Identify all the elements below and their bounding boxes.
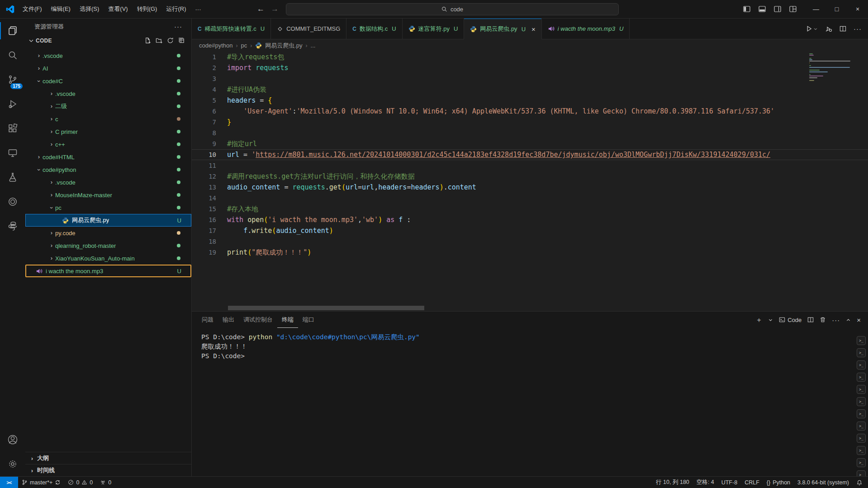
terminal-instance-icon[interactable]: >_ bbox=[857, 434, 866, 443]
terminal-instance-icon[interactable]: >_ bbox=[857, 458, 866, 467]
menu-item-5[interactable]: 转到(G) bbox=[133, 3, 162, 15]
terminal-instance-icon[interactable]: >_ bbox=[857, 422, 866, 431]
tree-item-code#HTML[interactable]: ›code#HTML bbox=[25, 151, 191, 163]
panel-tab-4[interactable]: 终端 bbox=[277, 312, 298, 328]
maximize-button[interactable]: □ bbox=[826, 0, 847, 18]
customize-layout-icon[interactable] bbox=[789, 5, 797, 13]
python-interpreter[interactable]: 3.8.0 64-bit (system) bbox=[794, 477, 853, 488]
code-line-13[interactable]: 13audio_content = requests.get(url=url,h… bbox=[192, 182, 868, 193]
code-line-9[interactable]: 9#指定url bbox=[192, 138, 868, 149]
terminal-instance-icon[interactable]: >_ bbox=[857, 373, 866, 382]
activity-browser-circle-icon[interactable] bbox=[0, 190, 25, 214]
tree-item-code#C[interactable]: ›code#C bbox=[25, 75, 191, 87]
tree-item-qlearning_robot-master[interactable]: ›qlearning_robot-master bbox=[25, 239, 191, 252]
tree-item-.vscode[interactable]: ›.vscode bbox=[25, 87, 191, 100]
minimize-button[interactable]: — bbox=[806, 0, 826, 18]
back-arrow-icon[interactable]: ← bbox=[257, 5, 265, 14]
editor-tab-4[interactable]: 迷宫算符.pyU bbox=[403, 19, 465, 39]
code-line-19[interactable]: 19print("爬取成功！！！") bbox=[192, 247, 868, 258]
terminal-instance-icon[interactable]: >_ bbox=[857, 360, 866, 370]
close-button[interactable]: × bbox=[847, 0, 868, 18]
active-terminal-label[interactable]: Code bbox=[779, 317, 802, 323]
run-python-file-icon[interactable] bbox=[806, 25, 818, 32]
activity-search-icon[interactable] bbox=[0, 43, 25, 67]
editor-tab-1[interactable]: C稀疏矩阵快速转置.cU bbox=[192, 19, 271, 39]
terminal-instance-icon[interactable]: >_ bbox=[857, 348, 866, 357]
forward-arrow-icon[interactable]: → bbox=[271, 5, 279, 14]
sidebar-section-outline[interactable]: ›大纲 bbox=[25, 452, 191, 464]
terminal-output[interactable]: PS D:\code> python "d:\code\code#python\… bbox=[192, 328, 868, 476]
editor-tab-3[interactable]: C数据结构.cU bbox=[346, 19, 402, 39]
new-folder-icon[interactable] bbox=[156, 37, 162, 44]
tree-item-.vscode[interactable]: ›.vscode bbox=[25, 49, 191, 62]
code-line-8[interactable]: 8 bbox=[192, 128, 868, 138]
new-terminal-icon[interactable]: ＋ bbox=[755, 316, 762, 324]
code-line-14[interactable]: 14 bbox=[192, 193, 868, 204]
menu-more[interactable]: ··· bbox=[190, 4, 205, 15]
maximize-panel-icon[interactable] bbox=[846, 317, 851, 322]
menu-item-2[interactable]: 编辑(E) bbox=[47, 3, 75, 15]
breadcrumb-item-1[interactable]: code#python bbox=[199, 42, 232, 49]
split-terminal-icon[interactable] bbox=[807, 317, 814, 323]
tree-item-py.code[interactable]: ›py.code bbox=[25, 227, 191, 239]
tree-item-i-wacth-the-moon.mp3[interactable]: i wacth the moon.mp3U bbox=[25, 265, 191, 277]
remote-indicator[interactable]: >< bbox=[0, 477, 18, 488]
code-line-16[interactable]: 16with open('i wacth the moon.mp3','wb')… bbox=[192, 214, 868, 225]
tree-item-pc[interactable]: ›pc bbox=[25, 201, 191, 214]
menu-item-1[interactable]: 文件(F) bbox=[18, 3, 47, 15]
git-branch-status[interactable]: master*+ bbox=[18, 477, 64, 488]
breadcrumb-item-4[interactable]: ... bbox=[311, 42, 316, 49]
code-line-12[interactable]: 12#调用requests.get方法对url进行访问，和持久化存储数据 bbox=[192, 171, 868, 182]
code-line-18[interactable]: 18 bbox=[192, 236, 868, 247]
code-line-6[interactable]: 6 'User-Agent':'Mozilla/5.0 (Windows NT … bbox=[192, 106, 868, 117]
tree-item-c[interactable]: ›c bbox=[25, 113, 191, 125]
toggle-panel-icon[interactable] bbox=[759, 5, 766, 13]
panel-tab-5[interactable]: 端口 bbox=[298, 312, 319, 328]
tree-item--[interactable]: ›二级 bbox=[25, 100, 191, 113]
activity-source-control-icon[interactable]: 175 bbox=[0, 67, 25, 92]
kill-terminal-icon[interactable] bbox=[820, 317, 826, 323]
breadcrumb[interactable]: code#python›pc›网易云爬虫.py›... bbox=[192, 39, 868, 52]
cursor-position[interactable]: 行 10, 列 180 bbox=[652, 477, 693, 488]
activity-testing-icon[interactable] bbox=[0, 165, 25, 190]
split-editor-icon[interactable] bbox=[840, 25, 846, 32]
refresh-icon[interactable] bbox=[167, 37, 174, 44]
tree-item-AI[interactable]: ›AI bbox=[25, 62, 191, 75]
account-icon[interactable] bbox=[0, 427, 25, 452]
new-file-icon[interactable] bbox=[144, 37, 151, 44]
terminal-profile-dropdown-icon[interactable] bbox=[768, 317, 773, 322]
activity-run-debug-icon[interactable] bbox=[0, 92, 25, 116]
settings-gear-icon[interactable] bbox=[0, 452, 25, 476]
code-line-15[interactable]: 15#存入本地 bbox=[192, 204, 868, 214]
menu-item-4[interactable]: 查看(V) bbox=[104, 3, 132, 15]
menu-item-6[interactable]: 运行(R) bbox=[161, 3, 190, 15]
breadcrumb-item-2[interactable]: pc bbox=[241, 42, 247, 49]
run-or-debug-icon[interactable] bbox=[825, 25, 832, 33]
notifications-bell-icon[interactable] bbox=[853, 477, 866, 488]
minimap[interactable] bbox=[809, 53, 854, 82]
terminal-instance-icon[interactable]: >_ bbox=[857, 385, 866, 394]
language-mode[interactable]: {} Python bbox=[763, 477, 794, 488]
tree-item-XiaoYuanKouSuan_Auto-main[interactable]: ›XiaoYuanKouSuan_Auto-main bbox=[25, 252, 191, 265]
problems-status[interactable]: 0 0 bbox=[64, 477, 96, 488]
code-line-10[interactable]: 10url = 'https://m801.music.126.net/2024… bbox=[192, 149, 868, 160]
code-line-1[interactable]: 1#导入requests包 bbox=[192, 52, 868, 62]
tree-item-.vscode[interactable]: ›.vscode bbox=[25, 176, 191, 189]
code-line-2[interactable]: 2import requests bbox=[192, 62, 868, 73]
workspace-section-header[interactable]: CODE bbox=[25, 34, 191, 47]
tree-item--.py[interactable]: 网易云爬虫.pyU bbox=[25, 214, 191, 227]
tree-item-C-primer[interactable]: ›C primer bbox=[25, 125, 191, 138]
editor-tab-2[interactable]: COMMIT_EDITMSG bbox=[271, 19, 346, 39]
editor-more-actions-icon[interactable]: ··· bbox=[854, 25, 862, 33]
activity-extensions-icon[interactable] bbox=[0, 116, 25, 141]
panel-more-actions-icon[interactable]: ··· bbox=[832, 316, 840, 324]
breadcrumb-item-3[interactable]: 网易云爬虫.py bbox=[265, 42, 302, 50]
sidebar-more-actions-icon[interactable]: ··· bbox=[174, 23, 182, 30]
code-line-4[interactable]: 4#进行UA伪装 bbox=[192, 84, 868, 95]
terminal-instance-icon[interactable]: >_ bbox=[857, 446, 866, 455]
code-line-11[interactable]: 11 bbox=[192, 160, 868, 171]
close-panel-icon[interactable]: × bbox=[857, 316, 861, 324]
panel-tab-2[interactable]: 输出 bbox=[218, 312, 239, 328]
code-line-17[interactable]: 17 f.write(audio_content) bbox=[192, 225, 868, 236]
activity-remote-explorer-icon[interactable] bbox=[0, 141, 25, 165]
